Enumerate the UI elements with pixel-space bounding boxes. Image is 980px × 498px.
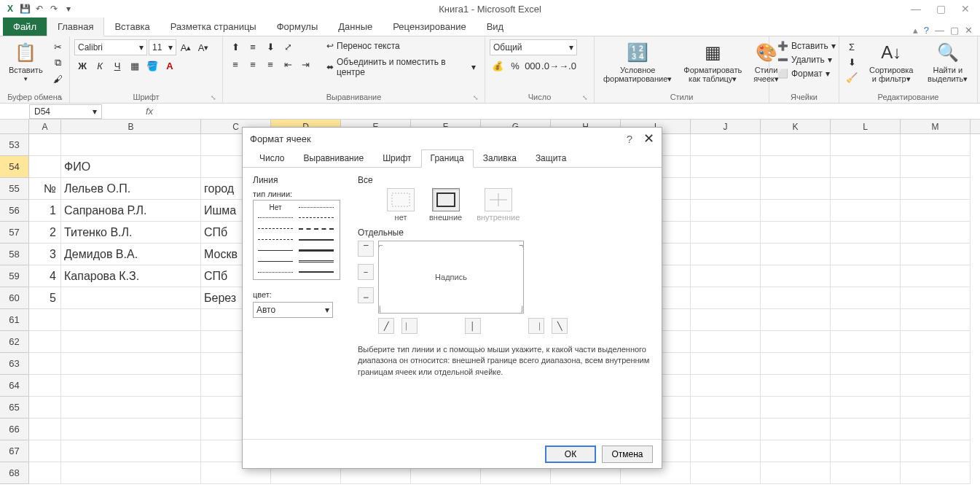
border-right-button[interactable]: ⎹ [528, 318, 544, 334]
doc-min-icon[interactable]: — [935, 25, 944, 36]
cell[interactable] [901, 222, 971, 244]
format-as-table-button[interactable]: ▦Форматировать как таблицу▾ [679, 39, 746, 85]
align-top-button[interactable]: ⬆ [227, 39, 243, 54]
launcher-icon[interactable]: ⤡ [211, 94, 216, 101]
fill-color-button[interactable]: 🪣 [144, 58, 160, 73]
cell[interactable]: 3 [29, 244, 61, 265]
align-right-button[interactable]: ≡ [262, 57, 278, 71]
undo-icon[interactable]: ↶ [34, 3, 45, 15]
row-header[interactable]: 63 [0, 353, 29, 375]
copy-button[interactable]: ⧉ [50, 55, 66, 70]
border-hmiddle-button[interactable]: − [358, 264, 374, 280]
font-name-select[interactable]: Calibri▾ [74, 39, 147, 55]
column-header[interactable]: L [831, 120, 901, 133]
border-diag-down-button[interactable]: ╲ [552, 318, 568, 334]
line-style-option[interactable] [255, 235, 296, 245]
cell[interactable] [761, 419, 831, 440]
line-style-option[interactable] [296, 235, 337, 245]
cell[interactable] [691, 353, 761, 375]
row-header[interactable]: 62 [0, 331, 29, 353]
cell[interactable] [901, 440, 971, 462]
cell[interactable] [901, 353, 971, 375]
redo-icon[interactable]: ↷ [48, 3, 60, 15]
dialog-tab[interactable]: Число [250, 149, 294, 167]
cell[interactable] [901, 375, 971, 397]
line-style-option[interactable] [255, 224, 296, 234]
tab-layout[interactable]: Разметка страницы [160, 17, 267, 36]
column-header[interactable]: A [29, 120, 61, 133]
dialog-tab[interactable]: Шрифт [373, 149, 420, 167]
cell[interactable] [831, 287, 901, 309]
cell[interactable]: Лельев О.П. [61, 178, 201, 200]
border-left-button[interactable]: ⎸ [401, 318, 418, 334]
qat-dropdown-icon[interactable]: ▾ [63, 3, 74, 15]
underline-button[interactable]: Ч [109, 58, 125, 73]
align-center-button[interactable]: ≡ [245, 57, 261, 71]
cell[interactable] [831, 178, 901, 200]
cell[interactable] [831, 156, 901, 178]
line-style-option[interactable] [255, 267, 296, 277]
paste-button[interactable]: 📋 Вставить ▼ [4, 39, 47, 84]
cell[interactable] [831, 200, 901, 222]
cell[interactable] [61, 309, 201, 331]
cell[interactable] [831, 397, 901, 419]
tab-insert[interactable]: Вставка [104, 17, 160, 36]
dialog-tab[interactable]: Защита [526, 149, 576, 167]
line-style-option[interactable] [255, 256, 296, 266]
formula-input[interactable] [159, 104, 980, 119]
cell[interactable] [691, 397, 761, 419]
dialog-help-button[interactable]: ? [627, 133, 632, 145]
dialog-tab[interactable]: Выравнивание [294, 149, 374, 167]
cell[interactable] [901, 287, 971, 309]
cell[interactable] [691, 419, 761, 440]
row-header[interactable]: 53 [0, 134, 29, 156]
doc-close-icon[interactable]: ✕ [965, 25, 973, 36]
cell[interactable] [831, 222, 901, 244]
cancel-button[interactable]: Отмена [602, 446, 653, 463]
cell[interactable]: 2 [29, 222, 61, 244]
percent-button[interactable]: % [507, 58, 523, 73]
cell[interactable] [901, 397, 971, 419]
launcher-icon[interactable]: ⤡ [582, 94, 588, 101]
font-color-button[interactable]: A [162, 58, 178, 73]
line-color-select[interactable]: Авто▾ [253, 302, 333, 318]
ribbon-min-icon[interactable]: ▴ [913, 25, 918, 36]
cell[interactable] [901, 156, 971, 178]
cell[interactable] [831, 440, 901, 462]
border-top-button[interactable]: ⎺ [358, 241, 374, 257]
cell[interactable] [61, 287, 201, 309]
cell[interactable] [29, 353, 61, 375]
cell[interactable] [761, 462, 831, 484]
cell[interactable] [691, 287, 761, 309]
cell[interactable] [761, 397, 831, 419]
cell[interactable] [901, 419, 971, 440]
delete-cells-button[interactable]: ➖Удалить▾ [774, 53, 839, 66]
line-style-option[interactable] [296, 213, 337, 223]
cell[interactable] [29, 397, 61, 419]
dialog-titlebar[interactable]: Формат ячеек ? ✕ [243, 128, 662, 149]
cut-button[interactable]: ✂ [50, 39, 66, 54]
row-header[interactable]: 55 [0, 178, 29, 200]
border-diag-up-button[interactable]: ╱ [378, 318, 394, 334]
decrease-indent-button[interactable]: ⇤ [280, 57, 296, 71]
shrink-font-button[interactable]: A▾ [195, 40, 211, 55]
increase-indent-button[interactable]: ⇥ [297, 57, 313, 71]
column-header[interactable]: M [901, 120, 971, 133]
merge-center-button[interactable]: ⬌Объединить и поместить в центре▾ [322, 55, 480, 79]
cell[interactable] [761, 309, 831, 331]
cell[interactable] [61, 375, 201, 397]
tab-view[interactable]: Вид [477, 17, 514, 36]
line-style-option[interactable] [296, 267, 337, 277]
column-header[interactable]: K [761, 120, 831, 133]
conditional-formatting-button[interactable]: 🔢Условное форматирование▾ [599, 39, 676, 85]
cell[interactable] [29, 375, 61, 397]
cell[interactable] [29, 419, 61, 440]
preset-inside[interactable]: внутренние [477, 188, 520, 222]
tab-home[interactable]: Главная [47, 17, 104, 36]
cell[interactable] [761, 331, 831, 353]
cell[interactable] [761, 287, 831, 309]
cell[interactable] [901, 200, 971, 222]
cell[interactable] [831, 134, 901, 156]
cell[interactable] [691, 222, 761, 244]
cell[interactable] [691, 265, 761, 287]
